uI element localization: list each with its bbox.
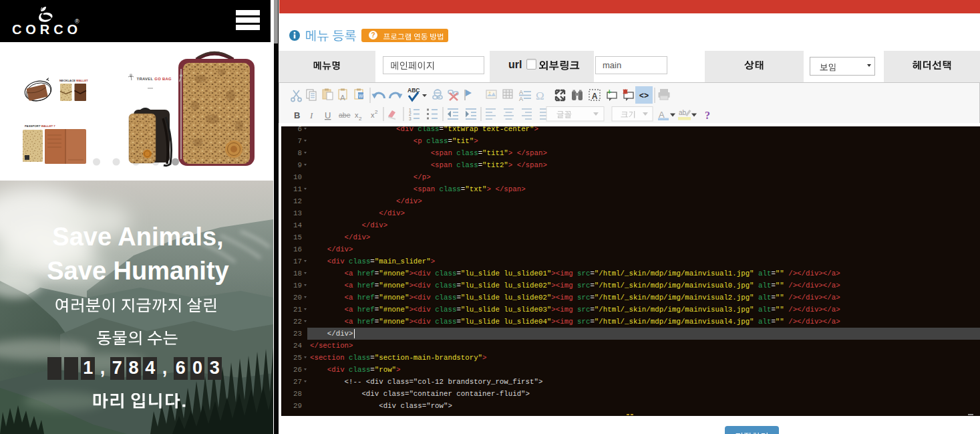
svg-text:+: + [607, 88, 611, 96]
svg-text:2: 2 [375, 109, 378, 115]
svg-text:?: ? [705, 110, 710, 121]
svg-text:3: 3 [409, 116, 412, 121]
svg-text:A: A [519, 96, 523, 102]
svg-text:abe: abe [339, 111, 351, 119]
svg-text:I: I [309, 110, 313, 120]
svg-text:NECKLACE WALLET: NECKLACE WALLET [59, 79, 88, 82]
svg-text:2: 2 [359, 116, 362, 122]
svg-text:PASSPORT WALLET 7: PASSPORT WALLET 7 [25, 124, 55, 128]
svg-text:?: ? [371, 31, 375, 39]
svg-text:A: A [340, 94, 345, 102]
svg-text:B: B [294, 110, 300, 120]
svg-text:ab: ab [679, 109, 687, 116]
svg-text:W: W [359, 94, 363, 98]
svg-text:Ω: Ω [536, 90, 544, 102]
svg-text:TRAVEL GO BAG: TRAVEL GO BAG [137, 77, 172, 81]
svg-text:A: A [592, 92, 598, 101]
svg-text:A: A [519, 89, 523, 96]
svg-text:<>: <> [639, 92, 649, 101]
svg-text:U: U [325, 110, 331, 120]
